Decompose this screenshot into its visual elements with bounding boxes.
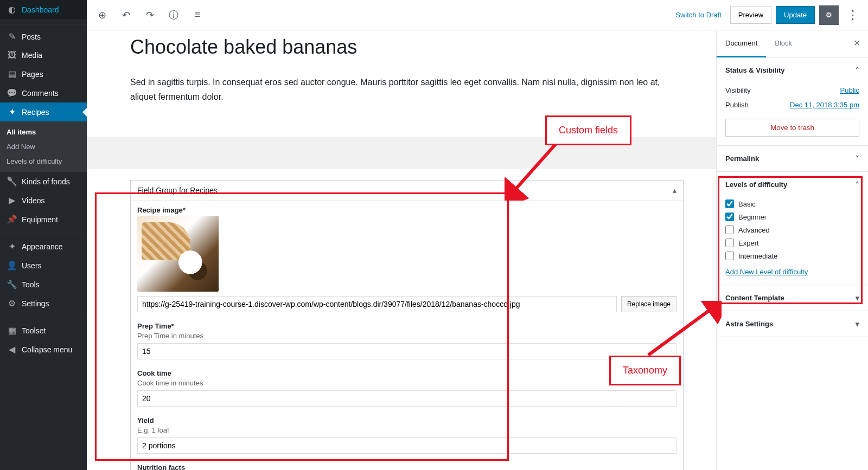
add-level-link[interactable]: Add New Level of difficulty [725,268,808,276]
pages-icon: ▤ [7,69,17,79]
permalink-toggle[interactable]: Permalink ˅ [717,146,868,171]
sidebar-item-videos[interactable]: ▶ Videos [0,191,87,210]
comments-icon: 💬 [7,88,17,98]
recipe-image-preview[interactable] [137,216,219,292]
level-intermediate-checkbox[interactable] [725,252,734,260]
sidebar-item-users[interactable]: 👤 Users [0,256,87,275]
nutrition-label: Nutrition facts [137,463,676,470]
chevron-down-icon: ˅ [856,154,859,163]
undo-button[interactable]: ↶ [116,5,136,25]
callout-custom-fields: Custom fields [545,115,631,145]
sidebar-item-recipes[interactable]: ✦ Recipes [0,102,87,121]
levels-checklist: Basic Beginner Advanced Expert Intermedi… [725,197,859,262]
settings-panel: Document Block ✕ Status & Visibility ˄ V… [716,30,868,470]
sidebar-item-toolset[interactable]: ▦ Toolset [0,321,87,340]
level-beginner[interactable]: Beginner [725,210,859,223]
sidebar-item-equipment[interactable]: 📌 Equipment [0,210,87,229]
sidebar-item-kinds[interactable]: 🥄 Kinds of foods [0,172,87,191]
equipment-icon: 📌 [7,214,17,224]
tools-icon: 🔧 [7,279,17,289]
level-beginner-checkbox[interactable] [725,213,734,221]
sidebar-label: Posts [22,33,41,41]
settings-toggle-button[interactable]: ⚙ [819,5,839,25]
outline-button[interactable]: ≡ [188,5,207,25]
prep-time-input[interactable] [137,343,676,359]
level-advanced[interactable]: Advanced [725,223,859,236]
levels-toggle[interactable]: Levels of difficulty ˄ [717,172,868,197]
publish-value[interactable]: Dec 11, 2018 3:35 pm [790,101,859,109]
post-title[interactable]: Chocolate baked bananas [130,36,684,59]
close-panel-button[interactable]: ✕ [846,30,868,57]
tab-document[interactable]: Document [717,30,766,57]
sidebar-item-tools[interactable]: 🔧 Tools [0,275,87,294]
field-group-metabox: Field Group for Recipes ▴ Recipe image* … [130,180,684,470]
sidebar-label: Toolset [22,326,46,335]
submenu-add-new[interactable]: Add New [0,139,87,154]
users-icon: 👤 [7,260,17,271]
sidebar-label: Dashboard [22,5,59,14]
content-template-toggle[interactable]: Content Template ▾ [717,285,868,311]
pin-icon: ✎ [7,31,17,42]
replace-image-button[interactable]: Replace image [621,296,676,312]
collapse-metabox-icon[interactable]: ▴ [673,186,676,195]
editor-topbar: ⊕ ↶ ↷ ⓘ ≡ Switch to Draft Preview Update… [87,0,868,30]
callout-taxonomy: Taxonomy [609,356,681,385]
more-options-button[interactable]: ⋮ [843,5,863,25]
preview-button[interactable]: Preview [730,6,771,24]
sidebar-item-posts[interactable]: ✎ Posts [0,27,87,46]
sidebar-label: Settings [22,299,49,308]
move-to-trash-button[interactable]: Move to trash [725,119,859,137]
recipes-icon: ✦ [7,107,17,117]
chevron-down-icon: ▾ [856,294,859,302]
level-advanced-checkbox[interactable] [725,226,734,234]
sidebar-item-dashboard[interactable]: ◐ Dashboard [0,0,87,19]
sidebar-item-media[interactable]: 🖼 Media [0,46,87,65]
sidebar-label: Collapse menu [22,345,72,354]
level-intermediate[interactable]: Intermediate [725,249,859,262]
visibility-value[interactable]: Public [840,86,859,94]
info-button[interactable]: ⓘ [164,5,183,25]
level-basic-checkbox[interactable] [725,199,734,208]
sidebar-item-pages[interactable]: ▤ Pages [0,65,87,83]
sidebar-label: Pages [22,70,43,79]
level-expert-checkbox[interactable] [725,239,734,247]
switch-draft-button[interactable]: Switch to Draft [671,7,726,23]
editor-area: ⊕ ↶ ↷ ⓘ ≡ Switch to Draft Preview Update… [87,0,868,470]
yield-input[interactable] [137,437,676,454]
sidebar-label: Kinds of foods [22,177,70,186]
video-icon: ▶ [7,195,17,205]
submenu-all-items[interactable]: All items [0,125,87,139]
collapse-icon: ◀ [7,344,17,355]
editor-content: Chocolate baked bananas Sed in sagittis … [87,30,716,470]
level-basic[interactable]: Basic [725,197,859,210]
permalink-title: Permalink [725,154,759,163]
sidebar-label: Recipes [22,108,49,117]
submenu-levels[interactable]: Levels of difficulty [0,154,87,169]
redo-button[interactable]: ↷ [140,5,159,25]
publish-label: Publish [725,101,749,109]
cook-time-desc: Cook time in minutes [137,379,676,387]
tab-block[interactable]: Block [766,30,801,57]
sidebar-item-appearance[interactable]: ✦ Appearance [0,237,87,256]
prep-time-label: Prep Time* [137,322,676,330]
post-body[interactable]: Sed in sagittis turpis. In consequat ero… [130,75,684,104]
levels-title: Levels of difficulty [725,181,787,189]
add-block-button[interactable]: ⊕ [92,5,112,25]
toolset-icon: ▦ [7,325,17,336]
media-icon: 🖼 [7,50,17,60]
recipe-image-url-input[interactable] [137,296,617,312]
sidebar-label: Appearance [22,242,63,251]
update-button[interactable]: Update [776,6,815,24]
astra-settings-title: Astra Settings [725,320,773,328]
sidebar-label: Tools [22,280,40,289]
astra-settings-toggle[interactable]: Astra Settings ▾ [717,311,868,337]
recipe-image-label: Recipe image* [137,206,676,214]
level-expert[interactable]: Expert [725,236,859,249]
yield-desc: E.g. 1 loaf [137,426,676,434]
sidebar-item-settings[interactable]: ⚙ Settings [0,294,87,313]
sidebar-item-comments[interactable]: 💬 Comments [0,83,87,102]
cook-time-input[interactable] [137,390,676,407]
status-visibility-toggle[interactable]: Status & Visibility ˄ [717,57,868,83]
sidebar-item-collapse[interactable]: ◀ Collapse menu [0,340,87,359]
admin-sidebar: ◐ Dashboard ✎ Posts 🖼 Media ▤ Pages 💬 Co… [0,0,87,470]
